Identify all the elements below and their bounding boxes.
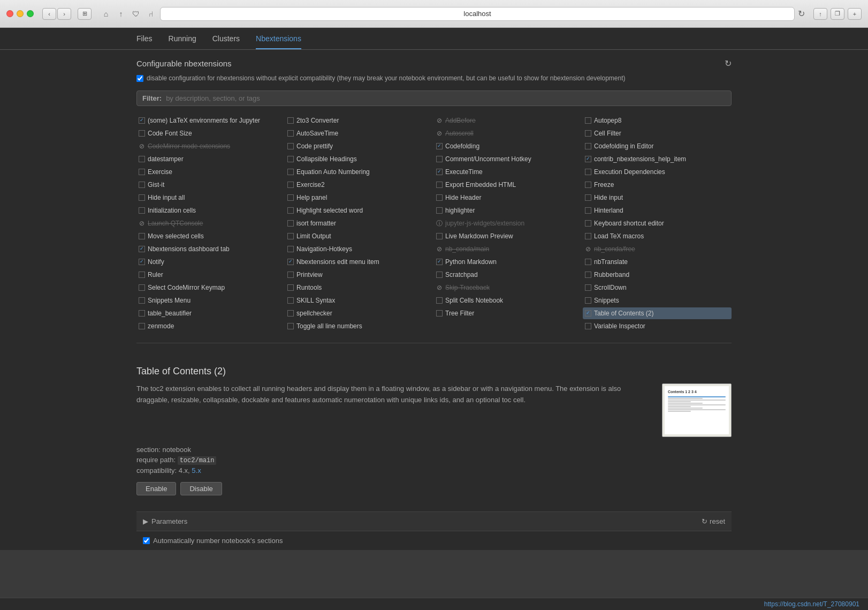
list-item[interactable]: Move selected cells: [136, 230, 285, 242]
filter-input[interactable]: [166, 94, 726, 102]
forward-button[interactable]: ›: [57, 8, 71, 20]
home-icon[interactable]: ⌂: [100, 8, 112, 20]
enable-button[interactable]: Enable: [136, 482, 176, 495]
disable-button[interactable]: Disable: [180, 482, 222, 495]
ext-label: table_beautifier: [148, 308, 192, 318]
list-item[interactable]: Gist-it: [136, 179, 285, 191]
list-item[interactable]: Equation Auto Numbering: [285, 166, 434, 178]
compat-link[interactable]: 5.x: [192, 466, 201, 475]
list-item[interactable]: Snippets: [583, 295, 732, 306]
list-item[interactable]: Live Markdown Preview: [434, 230, 583, 242]
list-item[interactable]: Codefolding in Editor: [583, 140, 732, 152]
params-toggle[interactable]: ▶ Parameters: [143, 517, 187, 525]
list-item[interactable]: Variable Inspector: [583, 320, 732, 332]
list-item[interactable]: Split Cells Notebook: [434, 295, 583, 306]
list-item[interactable]: Ruler: [136, 269, 285, 281]
list-item[interactable]: zenmode: [136, 320, 285, 332]
auto-number-checkbox[interactable]: [143, 537, 150, 544]
tab-clusters[interactable]: Clusters: [212, 34, 240, 49]
ext-label: nbTranslate: [594, 257, 628, 267]
list-item[interactable]: Hide input all: [136, 192, 285, 204]
list-item[interactable]: Autopep8: [583, 115, 732, 126]
list-item[interactable]: Printview: [285, 269, 434, 281]
list-item[interactable]: Hide input: [583, 192, 732, 204]
list-item[interactable]: isort formatter: [285, 217, 434, 229]
tab-running[interactable]: Running: [169, 34, 196, 49]
list-item[interactable]: ⓘjupyter-js-widgets/extension: [434, 217, 583, 229]
share-icon[interactable]: ↑: [115, 8, 127, 20]
list-item[interactable]: ✓Codefolding: [434, 140, 583, 152]
list-item[interactable]: ✓Python Markdown: [434, 256, 583, 268]
list-item[interactable]: Help panel: [285, 192, 434, 204]
list-item[interactable]: Select CodeMirror Keymap: [136, 282, 285, 293]
list-item[interactable]: Exercise2: [285, 179, 434, 191]
list-item[interactable]: ✓Nbextensions dashboard tab: [136, 243, 285, 255]
sidebar-toggle[interactable]: ⊞: [78, 8, 92, 20]
list-item[interactable]: spellchecker: [285, 307, 434, 319]
list-item[interactable]: Code Font Size: [136, 127, 285, 139]
list-item[interactable]: Export Embedded HTML: [434, 179, 583, 191]
list-item[interactable]: table_beautifier: [136, 307, 285, 319]
list-item[interactable]: ⊘AddBefore: [434, 115, 583, 126]
list-item[interactable]: SKILL Syntax: [285, 295, 434, 306]
list-item[interactable]: datestamper: [136, 153, 285, 165]
list-item[interactable]: Hinterland: [583, 205, 732, 216]
status-url: https://blog.csdn.net/T_27080901: [764, 600, 859, 608]
disable-compat-checkbox[interactable]: [136, 75, 143, 82]
list-item[interactable]: Limit Output: [285, 230, 434, 242]
maximize-button[interactable]: [27, 10, 34, 17]
tab-files[interactable]: Files: [136, 34, 153, 49]
address-bar[interactable]: localhost: [160, 7, 795, 21]
list-item[interactable]: ✓Notify: [136, 256, 285, 268]
list-item[interactable]: nbTranslate: [583, 256, 732, 268]
close-button[interactable]: [6, 10, 13, 17]
list-item[interactable]: ⊘Skip-Traceback: [434, 282, 583, 293]
list-item[interactable]: Rubberband: [583, 269, 732, 281]
list-item[interactable]: Highlight selected word: [285, 205, 434, 216]
refresh-button[interactable]: ↻: [798, 9, 805, 19]
list-item[interactable]: Collapsible Headings: [285, 153, 434, 165]
list-item[interactable]: Scratchpad: [434, 269, 583, 281]
ext-checkbox: [139, 284, 145, 291]
list-item[interactable]: highlighter: [434, 205, 583, 216]
list-item[interactable]: Code prettify: [285, 140, 434, 152]
add-tab-button[interactable]: +: [848, 8, 862, 20]
list-item[interactable]: ⊘Autoscroll: [434, 127, 583, 139]
list-item[interactable]: ScrollDown: [583, 282, 732, 293]
shield-icon[interactable]: 🛡: [130, 8, 142, 20]
list-item[interactable]: ⊘nb_conda/free: [583, 243, 732, 255]
list-item[interactable]: Runtools: [285, 282, 434, 293]
list-item[interactable]: Initialization cells: [136, 205, 285, 216]
list-item[interactable]: ⊘Launch QTConsole: [136, 217, 285, 229]
ext-checkbox: [287, 310, 294, 317]
list-item[interactable]: ✓contrib_nbextensions_help_item: [583, 153, 732, 165]
config-refresh-icon[interactable]: ↻: [725, 58, 732, 69]
list-item[interactable]: ⊘CodeMirror mode extensions: [136, 140, 285, 152]
list-item[interactable]: ✓ExecuteTime: [434, 166, 583, 178]
list-item[interactable]: Load TeX macros: [583, 230, 732, 242]
list-item[interactable]: ⊘nb_conda/main: [434, 243, 583, 255]
list-item[interactable]: AutoSaveTime: [285, 127, 434, 139]
list-item[interactable]: Exercise: [136, 166, 285, 178]
list-item[interactable]: Cell Filter: [583, 127, 732, 139]
list-item[interactable]: Snippets Menu: [136, 295, 285, 306]
copy-button[interactable]: ❐: [831, 8, 844, 20]
list-item[interactable]: 2to3 Converter: [285, 115, 434, 126]
share-button[interactable]: ↑: [813, 8, 827, 20]
list-item[interactable]: Execution Dependencies: [583, 166, 732, 178]
back-button[interactable]: ‹: [42, 8, 56, 20]
list-item[interactable]: Keyboard shortcut editor: [583, 217, 732, 229]
reset-button[interactable]: ↻ reset: [702, 517, 725, 525]
bookmark-icon[interactable]: ⑁: [145, 8, 157, 20]
minimize-button[interactable]: [17, 10, 24, 17]
list-item[interactable]: ✓Table of Contents (2): [583, 307, 732, 319]
list-item[interactable]: ✓Nbextensions edit menu item: [285, 256, 434, 268]
list-item[interactable]: Comment/Uncomment Hotkey: [434, 153, 583, 165]
list-item[interactable]: ✓(some) LaTeX environments for Jupyter: [136, 115, 285, 126]
list-item[interactable]: Freeze: [583, 179, 732, 191]
list-item[interactable]: Hide Header: [434, 192, 583, 204]
list-item[interactable]: Navigation-Hotkeys: [285, 243, 434, 255]
tab-nbextensions[interactable]: Nbextensions: [256, 34, 301, 49]
list-item[interactable]: Tree Filter: [434, 307, 583, 319]
list-item[interactable]: Toggle all line numbers: [285, 320, 434, 332]
